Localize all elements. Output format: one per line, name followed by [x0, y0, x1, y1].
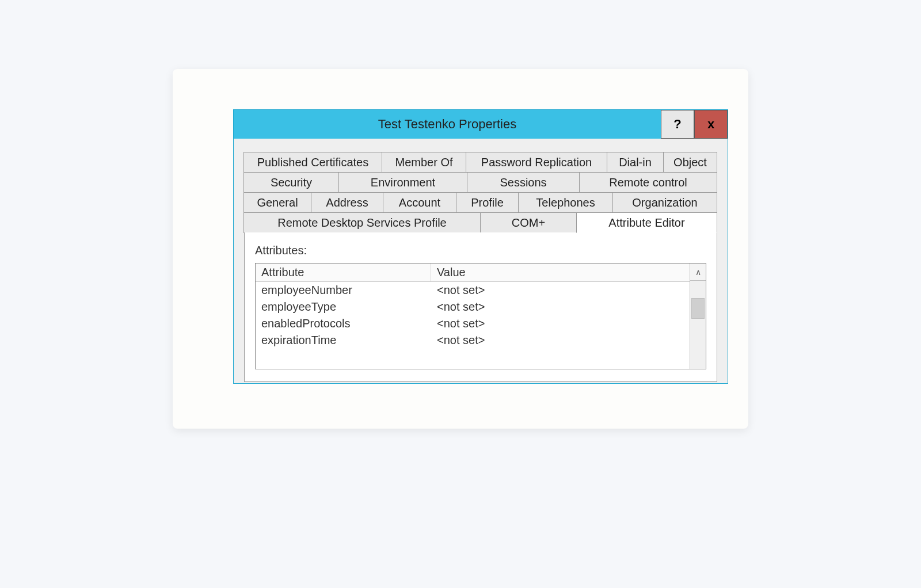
tab-published-certificates[interactable]: Published Certificates — [243, 152, 382, 173]
titlebar: Test Testenko Properties ? x — [234, 110, 728, 139]
cell-attribute: employeeNumber — [256, 284, 431, 297]
list-item[interactable]: employeeNumber <not set> — [256, 282, 690, 299]
tab-environment[interactable]: Environment — [338, 172, 467, 193]
listview-rows: employeeNumber <not set> employeeType <n… — [256, 282, 690, 369]
tab-password-replication[interactable]: Password Replication — [466, 152, 607, 173]
close-button[interactable]: x — [694, 110, 728, 139]
vertical-scrollbar[interactable]: ∧ — [690, 264, 706, 369]
tab-com-plus[interactable]: COM+ — [480, 212, 577, 233]
tab-member-of[interactable]: Member Of — [382, 152, 466, 173]
tab-account[interactable]: Account — [383, 192, 456, 213]
tab-row-3: General Address Account Profile Telephon… — [244, 193, 717, 213]
tab-security[interactable]: Security — [243, 172, 339, 193]
cell-value: <not set> — [431, 334, 690, 347]
cell-attribute: enabledProtocols — [256, 317, 431, 330]
scroll-thumb[interactable] — [691, 298, 705, 319]
tab-sessions[interactable]: Sessions — [467, 172, 580, 193]
help-button[interactable]: ? — [661, 110, 694, 139]
tab-address[interactable]: Address — [311, 192, 383, 213]
tab-strip: Published Certificates Member Of Passwor… — [244, 152, 717, 233]
tab-organization[interactable]: Organization — [612, 192, 717, 213]
list-item[interactable]: expirationTime <not set> — [256, 332, 690, 349]
attributes-listview[interactable]: Attribute Value employeeNumber <not set>… — [255, 263, 706, 369]
chevron-up-icon: ∧ — [695, 268, 701, 277]
scroll-up-button[interactable]: ∧ — [690, 264, 706, 281]
tab-row-1: Published Certificates Member Of Passwor… — [244, 152, 717, 173]
cell-value: <not set> — [431, 317, 690, 330]
title-controls: ? x — [661, 110, 728, 139]
column-header-value[interactable]: Value — [431, 264, 690, 281]
dialog-client-area: Published Certificates Member Of Passwor… — [234, 139, 728, 383]
tab-profile[interactable]: Profile — [456, 192, 519, 213]
tab-remote-desktop-services-profile[interactable]: Remote Desktop Services Profile — [243, 212, 481, 233]
listview-header: Attribute Value — [256, 264, 690, 282]
cell-attribute: employeeType — [256, 300, 431, 314]
cell-attribute: expirationTime — [256, 334, 431, 347]
listview-main: Attribute Value employeeNumber <not set>… — [256, 264, 690, 369]
column-header-attribute[interactable]: Attribute — [256, 264, 431, 281]
cell-value: <not set> — [431, 284, 690, 297]
tab-attribute-editor[interactable]: Attribute Editor — [576, 212, 717, 233]
tab-remote-control[interactable]: Remote control — [579, 172, 717, 193]
tab-object[interactable]: Object — [663, 152, 717, 173]
tab-body-attribute-editor: Attributes: Attribute Value employeeNumb… — [244, 232, 717, 382]
attributes-label: Attributes: — [255, 244, 706, 257]
list-item[interactable]: enabledProtocols <not set> — [256, 315, 690, 332]
tab-telephones[interactable]: Telephones — [518, 192, 613, 213]
card-container: Test Testenko Properties ? x Published C… — [173, 69, 748, 429]
tab-general[interactable]: General — [243, 192, 311, 213]
scroll-track[interactable] — [690, 281, 706, 369]
tab-dial-in[interactable]: Dial-in — [607, 152, 664, 173]
properties-window: Test Testenko Properties ? x Published C… — [233, 109, 728, 384]
window-title: Test Testenko Properties — [234, 110, 661, 139]
tab-row-2: Security Environment Sessions Remote con… — [244, 173, 717, 193]
list-item[interactable]: employeeType <not set> — [256, 299, 690, 315]
tab-row-4: Remote Desktop Services Profile COM+ Att… — [244, 213, 717, 233]
cell-value: <not set> — [431, 300, 690, 314]
